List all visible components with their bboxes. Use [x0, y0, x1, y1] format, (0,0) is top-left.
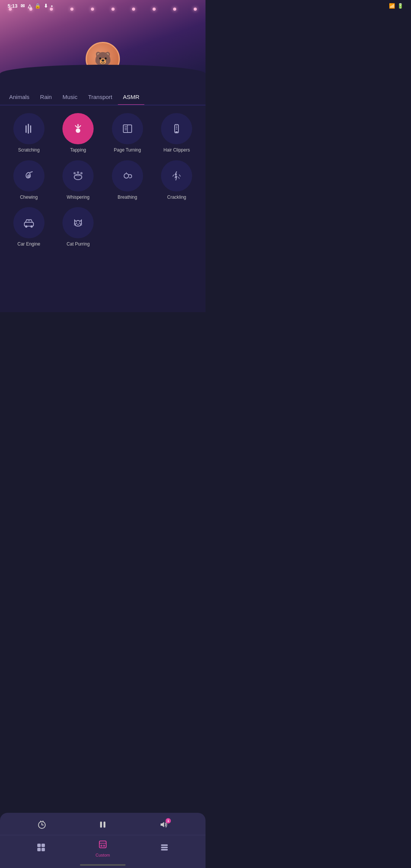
- sound-item-page-turning[interactable]: Page Turning: [105, 113, 150, 153]
- svg-point-3: [76, 128, 80, 133]
- svg-point-27: [76, 223, 77, 224]
- svg-rect-1: [25, 125, 27, 133]
- tab-animals[interactable]: Animals: [4, 88, 35, 105]
- sound-label-scratching: Scratching: [18, 147, 40, 153]
- sound-circle-tapping: [62, 113, 94, 144]
- time-display: 5:13: [8, 3, 18, 9]
- sound-circle-whispering: [62, 160, 94, 191]
- status-bar: 5:13 ✉ △ 🔒 ⬇ • 📶 🔋: [0, 0, 206, 12]
- svg-line-24: [74, 225, 76, 225]
- sound-label-whispering: Whispering: [67, 195, 89, 201]
- svg-line-23: [74, 223, 76, 224]
- svg-rect-2: [30, 125, 31, 133]
- sound-label-chewing: Chewing: [20, 195, 38, 201]
- tab-music[interactable]: Music: [57, 88, 83, 105]
- status-left: 5:13 ✉ △ 🔒 ⬇ •: [8, 3, 53, 9]
- svg-point-20: [25, 225, 27, 228]
- hero-section: 🐻: [0, 0, 206, 88]
- sound-item-scratching[interactable]: Scratching: [6, 113, 52, 153]
- tab-asmr[interactable]: ASMR: [118, 88, 145, 105]
- sound-item-whispering[interactable]: Whispering: [56, 160, 101, 201]
- sound-circle-scratching: [13, 113, 45, 144]
- sound-label-crackling: Crackling: [167, 195, 186, 201]
- svg-point-15: [124, 174, 129, 178]
- sound-label-hair-clippers: Hair Clippers: [164, 147, 190, 153]
- sound-label-cat-purring: Cat Purring: [67, 241, 90, 247]
- tab-rain[interactable]: Rain: [35, 88, 57, 105]
- tab-transport[interactable]: Transport: [83, 88, 118, 105]
- svg-rect-6: [175, 131, 178, 132]
- sound-circle-cat-purring: [62, 207, 94, 238]
- svg-point-14: [80, 172, 83, 174]
- sound-grid: Scratching Tapping: [6, 113, 199, 247]
- svg-point-28: [79, 223, 80, 224]
- sound-circle-hair-clippers: [161, 113, 192, 144]
- sound-item-crackling[interactable]: Crackling: [154, 160, 200, 201]
- sound-item-breathing[interactable]: Breathing: [105, 160, 150, 201]
- sound-item-tapping[interactable]: Tapping: [56, 113, 101, 153]
- dot-icon: •: [51, 3, 53, 9]
- svg-point-21: [30, 225, 33, 228]
- svg-rect-0: [28, 124, 29, 134]
- svg-point-11: [74, 174, 82, 180]
- sound-item-hair-clippers[interactable]: Hair Clippers: [154, 113, 200, 153]
- svg-line-26: [80, 225, 82, 225]
- sound-circle-chewing: [13, 160, 45, 191]
- svg-line-25: [80, 223, 82, 224]
- svg-line-16: [173, 175, 174, 176]
- sound-item-chewing[interactable]: Chewing: [6, 160, 52, 201]
- svg-point-12: [73, 172, 76, 174]
- sound-circle-breathing: [112, 160, 143, 191]
- sound-label-breathing: Breathing: [118, 195, 137, 201]
- sound-item-car-engine[interactable]: Car Engine: [6, 207, 52, 247]
- category-tabs: Animals Rain Music Transport ASMR: [0, 88, 206, 105]
- sound-circle-car-engine: [13, 207, 45, 238]
- gmail-icon: ✉: [21, 3, 25, 9]
- lock-icon: 🔒: [35, 3, 41, 9]
- sound-item-cat-purring[interactable]: Cat Purring: [56, 207, 101, 247]
- sound-label-car-engine: Car Engine: [18, 241, 40, 247]
- download-icon: ⬇: [44, 3, 48, 9]
- hero-arch: [0, 65, 206, 88]
- sound-label-page-turning: Page Turning: [114, 147, 141, 153]
- svg-line-18: [178, 177, 179, 179]
- drive-icon: △: [28, 3, 32, 9]
- sound-circle-crackling: [161, 160, 192, 191]
- svg-line-17: [179, 175, 180, 176]
- svg-point-13: [77, 171, 79, 174]
- sound-grid-section: Scratching Tapping: [0, 105, 206, 251]
- sound-circle-page-turning: [112, 113, 143, 144]
- sound-label-tapping: Tapping: [70, 147, 86, 153]
